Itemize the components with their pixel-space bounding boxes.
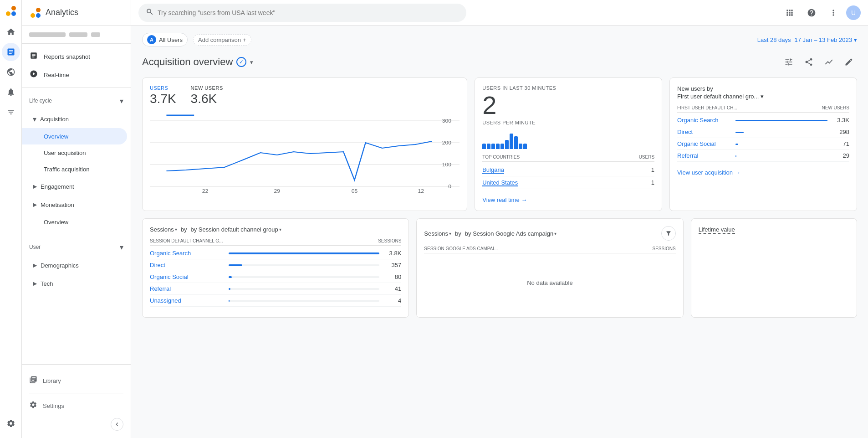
google-ads-card: Sessions ▾ by by Session Google Ads camp… — [416, 218, 683, 318]
ga-campaign-arrow-icon: ▾ — [554, 231, 557, 236]
nav-divider-2 — [22, 234, 131, 234]
nav-user-header[interactable]: User ▾ — [22, 238, 131, 256]
mini-bar-10 — [523, 144, 527, 149]
channel-dropdown[interactable]: First user default channel gro... ▾ — [677, 93, 849, 100]
realtime-icon — [29, 70, 38, 80]
channel-name-1[interactable]: Direct — [677, 129, 732, 135]
channel-bar-0 — [735, 119, 827, 121]
home-icon[interactable] — [2, 23, 20, 41]
apps-icon[interactable] — [781, 4, 799, 22]
ga-sessions-dropdown[interactable]: Sessions ▾ — [424, 230, 451, 237]
session-value-3: 41 — [383, 285, 401, 292]
session-name-3[interactable]: Referral — [150, 285, 225, 292]
configure-icon[interactable] — [2, 103, 20, 121]
account-selector[interactable] — [22, 26, 131, 44]
channel-name-2[interactable]: Organic Social — [677, 140, 732, 147]
channel-name-3[interactable]: Referral — [677, 152, 732, 159]
top-cards-row: Users 3.7K New users 3.6K — [142, 77, 857, 211]
country-us[interactable]: United States — [482, 179, 518, 186]
advertising-icon[interactable] — [2, 83, 20, 101]
view-realtime-arrow-icon: → — [521, 196, 527, 203]
nav-monetisation[interactable]: ▶ Monetisation — [22, 196, 131, 214]
section-dropdown-icon[interactable]: ▾ — [250, 59, 253, 66]
users-value: 3.7K — [150, 92, 176, 106]
nav-lifecycle-chevron-icon: ▾ — [120, 97, 123, 105]
sessions-col-right: SESSIONS — [378, 238, 401, 243]
help-icon[interactable] — [802, 4, 821, 22]
session-row-3: Referral 41 — [150, 283, 401, 295]
nav-acquisition[interactable]: ▾ Acquisition — [22, 110, 131, 128]
nav-overview[interactable]: Overview — [22, 128, 127, 144]
nav-traffic-acquisition[interactable]: Traffic acquisition — [22, 161, 131, 177]
realtime-value: 2 — [482, 93, 654, 118]
ga-campaign-dropdown[interactable]: by Session Google Ads campaign ▾ — [465, 230, 557, 237]
sessions-dropdown[interactable]: Sessions ▾ — [150, 226, 177, 233]
nav-lifecycle-header[interactable]: Life cycle ▾ — [22, 92, 131, 110]
avatar[interactable]: U — [846, 5, 861, 20]
session-name-4[interactable]: Unassigned — [150, 297, 225, 304]
users-label: Users — [150, 85, 176, 91]
country-bulgaria-value: 1 — [651, 166, 654, 173]
add-comparison-plus-icon: + — [243, 36, 246, 43]
session-name-2[interactable]: Organic Social — [150, 273, 225, 280]
session-value-4: 4 — [383, 297, 401, 304]
app-logo[interactable] — [4, 4, 18, 18]
check-circle-icon[interactable]: ✓ — [236, 57, 246, 67]
google-ads-header: SESSION GOOGLE ADS CAMPAI... SESSIONS — [424, 246, 675, 253]
nav-reports-snapshot[interactable]: Reports snapshot — [22, 47, 131, 66]
search-bar[interactable] — [138, 4, 466, 22]
nav-tech[interactable]: ▶ Tech — [22, 274, 131, 293]
sessions-channel-dropdown[interactable]: by Session default channel group ▾ — [190, 226, 281, 233]
nav-engagement[interactable]: ▶ Engagement — [22, 177, 131, 196]
mini-bar-5 — [500, 144, 504, 149]
all-users-badge[interactable]: A All Users — [142, 33, 188, 46]
nav-realtime-label: Real-time — [44, 72, 69, 78]
session-name-1[interactable]: Direct — [150, 262, 225, 268]
ga-col-left: SESSION GOOGLE ADS CAMPAI... — [424, 246, 498, 251]
nav-user-acquisition[interactable]: User acquisition — [22, 144, 131, 161]
view-user-acquisition-link[interactable]: View user acquisition → — [677, 169, 849, 176]
search-input[interactable] — [158, 9, 459, 16]
nav-monetisation-overview[interactable]: Overview — [22, 214, 131, 230]
nav-demographics[interactable]: ▶ Demographics — [22, 256, 131, 274]
insights-icon[interactable] — [821, 54, 837, 70]
channel-value-1: 298 — [831, 129, 849, 135]
nav-items: Reports snapshot Real-time Life cycle ▾ … — [22, 44, 131, 364]
mini-bar-6 — [505, 140, 509, 149]
edit-icon[interactable] — [841, 54, 857, 70]
nav-library[interactable]: Library — [29, 372, 123, 389]
nav-user-acquisition-label: User acquisition — [44, 149, 86, 156]
more-vert-icon[interactable] — [824, 4, 842, 22]
date-range-value: 17 Jan – 13 Feb 2023 — [795, 36, 853, 43]
reports-icon[interactable] — [2, 43, 20, 61]
lifetime-title[interactable]: Lifetime value — [699, 226, 735, 234]
svg-text:200: 200 — [442, 140, 451, 145]
session-bar-2 — [229, 276, 379, 278]
nav-divider-1 — [22, 88, 131, 88]
users-metric: Users 3.7K — [150, 85, 176, 108]
svg-text:0: 0 — [448, 184, 451, 189]
settings-bottom-icon[interactable] — [2, 414, 20, 433]
date-range[interactable]: Last 28 days 17 Jan – 13 Feb 2023 ▾ — [757, 36, 857, 43]
session-name-0[interactable]: Organic Search — [150, 250, 225, 257]
add-comparison-button[interactable]: Add comparison + — [193, 34, 251, 46]
channel-bar-3 — [735, 155, 827, 157]
countries-col-left: TOP COUNTRIES — [482, 155, 520, 160]
country-us-value: 1 — [651, 179, 654, 186]
collapse-button[interactable] — [111, 418, 123, 431]
nav-settings[interactable]: Settings — [29, 397, 123, 414]
country-bulgaria[interactable]: Bulgaria — [482, 166, 504, 173]
filter-icon[interactable] — [661, 226, 676, 241]
new-users-by-label: New users by — [677, 85, 849, 92]
explore-icon[interactable] — [2, 63, 20, 81]
view-realtime-link[interactable]: View real time → — [482, 196, 654, 203]
nav-realtime[interactable]: Real-time — [22, 66, 131, 84]
customize-icon[interactable] — [781, 54, 797, 70]
sessions-arrow-icon: ▾ — [175, 227, 177, 232]
metrics-header: Users 3.7K New users 3.6K — [150, 85, 460, 108]
nav-user-label: User — [29, 244, 41, 250]
svg-point-1 — [11, 6, 16, 10]
share-icon[interactable] — [801, 54, 817, 70]
channel-name-0[interactable]: Organic Search — [677, 117, 732, 124]
session-row-0: Organic Search 3.8K — [150, 247, 401, 259]
